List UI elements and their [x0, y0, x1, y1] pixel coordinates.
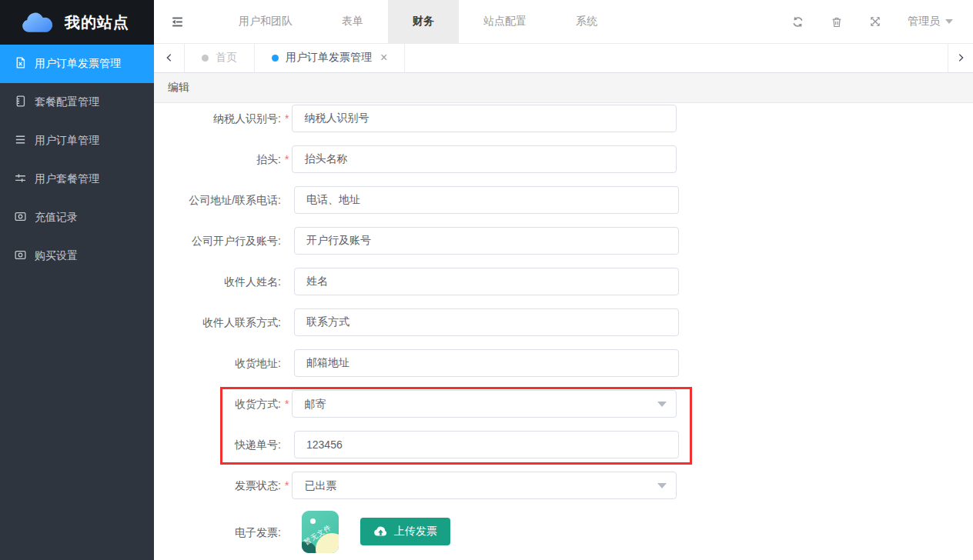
sidebar-item-user-package[interactable]: 用户套餐管理: [0, 160, 154, 198]
tab-home[interactable]: 首页: [185, 44, 255, 72]
refresh-icon[interactable]: [791, 15, 804, 28]
topnav-site-config[interactable]: 站点配置: [459, 0, 551, 43]
sidebar-item-label: 用户订单管理: [35, 134, 99, 148]
fullscreen-icon[interactable]: [869, 15, 881, 28]
upload-button-label: 上传发票: [394, 525, 437, 538]
sidebar: 我的站点 用户订单发票管理 套餐配置管理: [0, 0, 154, 560]
sidebar-item-label: 套餐配置管理: [35, 95, 99, 109]
invoice-status-select[interactable]: 已出票: [292, 472, 677, 499]
chevron-right-icon[interactable]: [948, 44, 973, 72]
sidebar-item-package-config[interactable]: 套餐配置管理: [0, 83, 154, 122]
invoice-file-icon: [14, 56, 27, 72]
tabbar-spacer: [405, 44, 948, 72]
field-label: 抬头:: [154, 145, 281, 173]
sidebar-item-recharge-records[interactable]: 充值记录: [0, 198, 154, 237]
required-marker: *: [285, 472, 289, 499]
no-file-thumbnail[interactable]: 暂无文件: [302, 511, 339, 553]
topnav-users-teams[interactable]: 用户和团队: [214, 0, 317, 43]
app-window: 我的站点 用户订单发票管理 套餐配置管理: [0, 0, 973, 560]
tabbar: 首页 用户订单发票管理 ×: [154, 44, 973, 72]
user-menu[interactable]: 管理员: [908, 15, 953, 28]
invoice-title-input[interactable]: [292, 145, 677, 173]
form-row-company-address-phone: 公司地址/联系电话:: [154, 186, 973, 214]
page-title: 编辑: [168, 81, 189, 95]
topnav-system[interactable]: 系统: [551, 0, 622, 43]
topbar: 用户和团队 表单 财务 站点配置 系统: [154, 0, 973, 44]
form-row-e-invoice: 电子发票: 暂无文件: [154, 511, 973, 554]
menu-fold-icon[interactable]: [154, 0, 200, 43]
caret-down-icon: [945, 19, 953, 24]
tab-invoice-manage[interactable]: 用户订单发票管理 ×: [255, 44, 405, 72]
topbar-spacer: [622, 0, 791, 43]
delivery-method-select[interactable]: 邮寄: [292, 390, 677, 418]
form-row-recipient-contact: 收件人联系方式:: [154, 308, 973, 336]
tab-dot-icon: [202, 55, 209, 62]
form-row-delivery-method: 收货方式: * 邮寄: [154, 390, 973, 418]
site-logo[interactable]: 我的站点: [0, 0, 154, 45]
select-caret-icon: [657, 483, 667, 488]
sidebar-item-order-manage[interactable]: 用户订单管理: [0, 122, 154, 160]
field-label: 快递单号:: [154, 431, 281, 458]
sliders-icon: [14, 172, 27, 187]
topbar-actions: 管理员: [791, 0, 973, 43]
sidebar-item-label: 充值记录: [35, 211, 78, 225]
topnav-forms[interactable]: 表单: [317, 0, 388, 43]
required-marker: *: [285, 105, 289, 132]
field-label: 公司地址/联系电话:: [154, 186, 281, 214]
form-row-invoice-title: 抬头: *: [154, 145, 973, 173]
sidebar-item-label: 用户订单发票管理: [35, 57, 121, 71]
chevron-left-icon[interactable]: [154, 44, 185, 72]
upload-cloud-icon: [373, 525, 388, 539]
form-row-recipient-name: 收件人姓名:: [154, 268, 973, 295]
form-row-tracking-number: 快递单号:: [154, 431, 973, 458]
close-icon[interactable]: ×: [380, 52, 387, 64]
sidebar-item-purchase-settings[interactable]: 购买设置: [0, 237, 154, 275]
recipient-name-input[interactable]: [294, 268, 679, 295]
field-label: 纳税人识别号:: [154, 105, 281, 132]
field-label: 公司开户行及账号:: [154, 227, 281, 255]
banknote-icon: [14, 248, 27, 264]
cloud-logo-icon: [20, 10, 55, 35]
taxpayer-id-input[interactable]: [292, 105, 677, 132]
top-nav: 用户和团队 表单 财务 站点配置 系统: [214, 0, 622, 43]
required-marker: *: [285, 145, 289, 173]
page-bar: 编辑: [154, 73, 973, 103]
thumbnail-dot: [310, 518, 316, 524]
form-row-taxpayer-id: 纳税人识别号: *: [154, 105, 973, 132]
field-label: 收货方式:: [154, 390, 281, 418]
trash-icon[interactable]: [831, 15, 843, 28]
company-address-phone-input[interactable]: [294, 186, 679, 214]
form-row-delivery-address: 收货地址:: [154, 349, 973, 377]
required-marker: *: [285, 390, 289, 418]
form-row-invoice-status: 发票状态: * 已出票: [154, 472, 973, 499]
sidebar-menu: 用户订单发票管理 套餐配置管理 用户订单管理: [0, 45, 154, 275]
field-label: 电子发票:: [154, 511, 281, 554]
company-bank-account-input[interactable]: [294, 227, 679, 255]
recipient-contact-input[interactable]: [294, 308, 679, 336]
site-title: 我的站点: [65, 12, 129, 33]
sidebar-item-label: 用户套餐管理: [35, 172, 99, 186]
order-list-icon: [14, 133, 27, 148]
sidebar-item-label: 购买设置: [35, 249, 78, 263]
field-label: 发票状态:: [154, 472, 281, 499]
tab-label: 用户订单发票管理: [286, 51, 372, 65]
upload-invoice-button[interactable]: 上传发票: [360, 518, 450, 545]
field-label: 收件人联系方式:: [154, 308, 281, 336]
main-area: 用户和团队 表单 财务 站点配置 系统: [154, 0, 973, 560]
sidebar-item-invoice-manage[interactable]: 用户订单发票管理: [0, 45, 154, 83]
tab-label: 首页: [216, 51, 237, 65]
select-caret-icon: [657, 402, 667, 407]
banknote-icon: [14, 210, 27, 225]
tab-dot-icon: [272, 55, 279, 62]
tracking-number-input[interactable]: [294, 431, 679, 458]
edit-form: 纳税人识别号: * 抬头: * 公司地址/联系电话:: [154, 103, 973, 560]
field-label: 收货地址:: [154, 349, 281, 377]
delivery-address-input[interactable]: [294, 349, 679, 377]
topnav-finance[interactable]: 财务: [388, 0, 459, 43]
package-config-icon: [14, 95, 27, 110]
user-name: 管理员: [908, 15, 940, 28]
field-label: 收件人姓名:: [154, 268, 281, 295]
form-row-company-bank-account: 公司开户行及账号:: [154, 227, 973, 255]
